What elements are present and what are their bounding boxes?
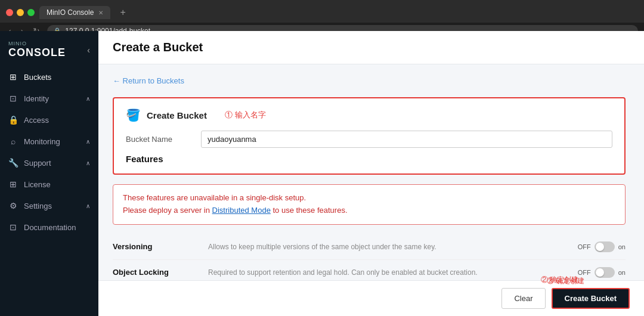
versioning-toggle-track[interactable]: [595, 241, 615, 252]
main-content: Create a Bucket ← Return to Buckets 🪣 Cr…: [98, 31, 644, 316]
feature-name-object-locking: Object Locking: [113, 268, 208, 277]
browser-tab[interactable]: MinIO Console ✕: [39, 6, 110, 19]
sidebar: MINIO CONSOLE ‹ ⊞ Buckets ⊡ Identity ∧ 🔒…: [0, 31, 98, 316]
bucket-name-row: Bucket Name: [126, 131, 612, 148]
card-header: 🪣 Create Bucket ① 输入名字: [126, 108, 612, 122]
back-link[interactable]: ← Return to Buckets: [113, 76, 630, 85]
buckets-icon: ⊞: [8, 72, 18, 82]
card-title: Create Bucket: [147, 110, 207, 120]
object-locking-on-label: on: [618, 269, 626, 276]
create-bucket-button[interactable]: Create Bucket: [552, 288, 630, 309]
traffic-lights: [6, 9, 35, 16]
browser-chrome: MinIO Console ✕ + ‹ › ↻ 🔒 127.0.0.1:9001…: [0, 0, 644, 31]
versioning-on-label: on: [618, 243, 626, 250]
versioning-toggle-thumb: [596, 243, 604, 251]
sidebar-item-settings[interactable]: ⚙ Settings ∧: [0, 195, 98, 216]
feature-row-versioning: Versioning Allows to keep multiple versi…: [113, 234, 626, 260]
annotation-input-name: ① 输入名字: [225, 110, 266, 120]
bucket-name-label: Bucket Name: [126, 135, 191, 144]
chevron-down-icon: ∧: [86, 95, 90, 102]
chevron-down-icon: ∧: [86, 203, 90, 209]
create-bucket-form-card: 🪣 Create Bucket ① 输入名字 Bucket Name Featu…: [113, 97, 626, 175]
identity-icon: ⊡: [8, 94, 18, 103]
sidebar-item-label: Support: [24, 159, 80, 168]
bucket-name-input[interactable]: [201, 131, 612, 148]
feature-desc-versioning: Allows to keep multiple versions of the …: [208, 243, 578, 251]
main-footer: ② 确定创建 Clear Create Bucket: [98, 280, 644, 316]
monitoring-icon: ⌕: [8, 137, 18, 146]
bucket-icon: 🪣: [126, 108, 141, 122]
object-locking-toggle[interactable]: OFF on: [578, 267, 626, 278]
sidebar-logo: MINIO CONSOLE ‹: [0, 31, 98, 65]
close-traffic-light[interactable]: [6, 9, 13, 16]
sidebar-collapse-button[interactable]: ‹: [87, 45, 90, 55]
main-body: ← Return to Buckets 🪣 Create Bucket ① 输入…: [98, 64, 644, 280]
license-icon: ⊞: [8, 179, 18, 189]
new-tab-button[interactable]: +: [115, 5, 130, 20]
sidebar-item-label: Access: [24, 116, 90, 125]
warning-text-line2: Please deploy a server in Distributed Mo…: [123, 205, 615, 217]
warning-prefix: Please deploy a server in: [123, 206, 212, 215]
sidebar-item-access[interactable]: 🔒 Access: [0, 109, 98, 131]
sidebar-item-label: Monitoring: [24, 137, 80, 146]
warning-suffix: to use these features.: [271, 206, 348, 215]
sidebar-item-documentation[interactable]: ⊡ Documentation: [0, 216, 98, 238]
object-locking-off-label: OFF: [578, 269, 591, 276]
chevron-down-icon: ∧: [86, 160, 90, 166]
sidebar-item-buckets[interactable]: ⊞ Buckets: [0, 66, 98, 88]
tab-close-button[interactable]: ✕: [98, 10, 103, 16]
sidebar-item-support[interactable]: 🔧 Support ∧: [0, 152, 98, 174]
minimize-traffic-light[interactable]: [17, 9, 24, 16]
annotation-confirm-create: ② 确定创建: [541, 275, 578, 285]
warning-text-line1: These features are unavailable in a sing…: [123, 192, 615, 205]
sidebar-item-label: Buckets: [24, 73, 90, 82]
versioning-off-label: OFF: [578, 243, 591, 250]
chevron-down-icon: ∧: [86, 138, 90, 145]
support-icon: 🔧: [8, 158, 18, 168]
sidebar-item-label: License: [24, 180, 90, 189]
logo-text: MINIO CONSOLE: [8, 41, 66, 59]
object-locking-toggle-track[interactable]: [595, 267, 615, 278]
sidebar-item-identity[interactable]: ⊡ Identity ∧: [0, 88, 98, 109]
fullscreen-traffic-light[interactable]: [27, 9, 35, 16]
distributed-mode-link[interactable]: Distributed Mode: [212, 206, 271, 215]
access-icon: 🔒: [8, 115, 18, 125]
documentation-icon: ⊡: [8, 222, 18, 232]
object-locking-toggle-thumb: [596, 268, 604, 277]
sidebar-item-license[interactable]: ⊞ License: [0, 174, 98, 195]
versioning-toggle[interactable]: OFF on: [578, 241, 626, 252]
sidebar-item-label: Identity: [24, 94, 80, 103]
sidebar-item-monitoring[interactable]: ⌕ Monitoring ∧: [0, 131, 98, 152]
feature-desc-object-locking: Required to support retention and legal …: [208, 268, 578, 277]
logo-minio: MINIO: [8, 41, 66, 47]
main-header: Create a Bucket: [98, 31, 644, 64]
features-table: Versioning Allows to keep multiple versi…: [113, 234, 626, 280]
clear-button[interactable]: Clear: [501, 288, 545, 309]
sidebar-nav: ⊞ Buckets ⊡ Identity ∧ 🔒 Access ⌕ Monito…: [0, 66, 98, 238]
sidebar-item-label: Documentation: [24, 223, 90, 232]
feature-name-versioning: Versioning: [113, 242, 208, 251]
sidebar-item-label: Settings: [24, 202, 80, 210]
settings-icon: ⚙: [8, 201, 18, 210]
tab-title: MinIO Console: [47, 8, 94, 17]
app: MINIO CONSOLE ‹ ⊞ Buckets ⊡ Identity ∧ 🔒…: [0, 31, 644, 316]
logo-console: CONSOLE: [8, 47, 66, 59]
page-title: Create a Bucket: [113, 41, 630, 54]
features-label: Features: [126, 154, 612, 164]
warning-box: These features are unavailable in a sing…: [113, 184, 626, 225]
